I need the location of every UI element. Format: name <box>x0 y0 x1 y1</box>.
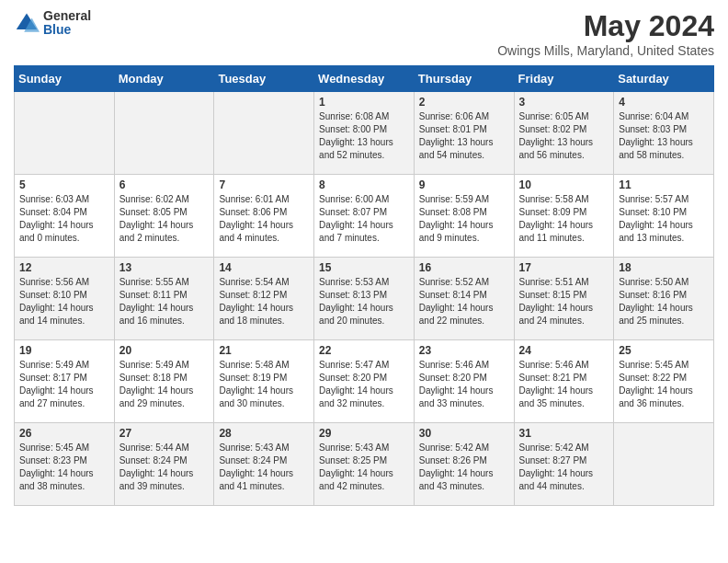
day-number: 16 <box>419 261 509 274</box>
day-info: Sunrise: 5:54 AM Sunset: 8:12 PM Dayligh… <box>219 276 309 327</box>
subtitle: Owings Mills, Maryland, United States <box>497 43 714 58</box>
day-number: 1 <box>319 96 409 109</box>
day-info: Sunrise: 5:48 AM Sunset: 8:19 PM Dayligh… <box>219 359 309 410</box>
day-info: Sunrise: 6:00 AM Sunset: 8:07 PM Dayligh… <box>319 193 409 245</box>
calendar-cell: 25Sunrise: 5:45 AM Sunset: 8:22 PM Dayli… <box>614 340 714 423</box>
day-info: Sunrise: 5:49 AM Sunset: 8:18 PM Dayligh… <box>119 359 210 410</box>
day-info: Sunrise: 5:59 AM Sunset: 8:08 PM Dayligh… <box>419 193 509 245</box>
day-info: Sunrise: 5:49 AM Sunset: 8:17 PM Dayligh… <box>19 359 109 410</box>
day-info: Sunrise: 5:45 AM Sunset: 8:23 PM Dayligh… <box>19 442 109 493</box>
header-row: SundayMondayTuesdayWednesdayThursdayFrid… <box>15 66 714 92</box>
calendar-cell: 27Sunrise: 5:44 AM Sunset: 8:24 PM Dayli… <box>114 423 214 506</box>
calendar-cell: 14Sunrise: 5:54 AM Sunset: 8:12 PM Dayli… <box>214 258 314 340</box>
calendar-cell: 9Sunrise: 5:59 AM Sunset: 8:08 PM Daylig… <box>414 175 514 258</box>
day-info: Sunrise: 5:51 AM Sunset: 8:15 PM Dayligh… <box>519 276 609 327</box>
calendar-cell: 30Sunrise: 5:42 AM Sunset: 8:26 PM Dayli… <box>414 423 514 506</box>
header-thursday: Thursday <box>414 66 514 92</box>
day-number: 24 <box>519 344 609 357</box>
day-info: Sunrise: 6:04 AM Sunset: 8:03 PM Dayligh… <box>619 110 709 162</box>
calendar-header: SundayMondayTuesdayWednesdayThursdayFrid… <box>15 66 714 92</box>
logo-blue-text: Blue <box>43 23 91 37</box>
day-info: Sunrise: 6:02 AM Sunset: 8:05 PM Dayligh… <box>119 193 210 245</box>
calendar-cell: 24Sunrise: 5:46 AM Sunset: 8:21 PM Dayli… <box>514 340 614 423</box>
day-number: 21 <box>219 344 309 357</box>
calendar-cell: 20Sunrise: 5:49 AM Sunset: 8:18 PM Dayli… <box>114 340 214 423</box>
calendar-cell: 5Sunrise: 6:03 AM Sunset: 8:04 PM Daylig… <box>15 175 115 258</box>
day-number: 25 <box>619 344 709 357</box>
calendar-table: SundayMondayTuesdayWednesdayThursdayFrid… <box>14 65 714 506</box>
day-number: 5 <box>19 178 109 191</box>
calendar-cell: 3Sunrise: 6:05 AM Sunset: 8:02 PM Daylig… <box>514 92 614 175</box>
calendar-cell: 21Sunrise: 5:48 AM Sunset: 8:19 PM Dayli… <box>214 340 314 423</box>
day-number: 15 <box>319 261 409 274</box>
calendar-cell: 23Sunrise: 5:46 AM Sunset: 8:20 PM Dayli… <box>414 340 514 423</box>
day-info: Sunrise: 5:58 AM Sunset: 8:09 PM Dayligh… <box>519 193 609 245</box>
day-info: Sunrise: 5:53 AM Sunset: 8:13 PM Dayligh… <box>319 276 409 327</box>
main-title: May 2024 <box>497 9 714 43</box>
day-info: Sunrise: 5:57 AM Sunset: 8:10 PM Dayligh… <box>619 193 709 245</box>
header-friday: Friday <box>514 66 614 92</box>
calendar-week-3: 12Sunrise: 5:56 AM Sunset: 8:10 PM Dayli… <box>15 258 714 340</box>
header-wednesday: Wednesday <box>314 66 415 92</box>
calendar-cell: 28Sunrise: 5:43 AM Sunset: 8:24 PM Dayli… <box>214 423 314 506</box>
day-number: 2 <box>419 96 509 109</box>
calendar-week-1: 1Sunrise: 6:08 AM Sunset: 8:00 PM Daylig… <box>15 92 714 175</box>
day-number: 11 <box>619 178 709 191</box>
day-number: 3 <box>519 96 609 109</box>
calendar-cell: 29Sunrise: 5:43 AM Sunset: 8:25 PM Dayli… <box>314 423 415 506</box>
day-info: Sunrise: 6:06 AM Sunset: 8:01 PM Dayligh… <box>419 110 509 162</box>
day-number: 26 <box>19 427 109 440</box>
calendar-cell: 18Sunrise: 5:50 AM Sunset: 8:16 PM Dayli… <box>614 258 714 340</box>
day-number: 12 <box>19 261 109 274</box>
calendar-week-2: 5Sunrise: 6:03 AM Sunset: 8:04 PM Daylig… <box>15 175 714 258</box>
day-info: Sunrise: 5:44 AM Sunset: 8:24 PM Dayligh… <box>119 442 210 493</box>
day-number: 31 <box>519 427 609 440</box>
calendar-week-5: 26Sunrise: 5:45 AM Sunset: 8:23 PM Dayli… <box>15 423 714 506</box>
day-number: 19 <box>19 344 109 357</box>
calendar-cell: 1Sunrise: 6:08 AM Sunset: 8:00 PM Daylig… <box>314 92 415 175</box>
day-number: 10 <box>519 178 609 191</box>
day-info: Sunrise: 5:45 AM Sunset: 8:22 PM Dayligh… <box>619 359 709 410</box>
day-number: 18 <box>619 261 709 274</box>
day-info: Sunrise: 5:46 AM Sunset: 8:20 PM Dayligh… <box>419 359 509 410</box>
day-number: 17 <box>519 261 609 274</box>
day-number: 28 <box>219 427 309 440</box>
day-info: Sunrise: 6:03 AM Sunset: 8:04 PM Dayligh… <box>19 193 109 245</box>
day-number: 13 <box>119 261 210 274</box>
day-number: 29 <box>319 427 409 440</box>
day-number: 22 <box>319 344 409 357</box>
day-info: Sunrise: 5:47 AM Sunset: 8:20 PM Dayligh… <box>319 359 409 410</box>
calendar-cell: 11Sunrise: 5:57 AM Sunset: 8:10 PM Dayli… <box>614 175 714 258</box>
logo-text: General Blue <box>43 9 91 38</box>
day-number: 23 <box>419 344 509 357</box>
calendar-cell <box>614 423 714 506</box>
calendar-cell: 31Sunrise: 5:42 AM Sunset: 8:27 PM Dayli… <box>514 423 614 506</box>
header-monday: Monday <box>114 66 214 92</box>
calendar-cell: 2Sunrise: 6:06 AM Sunset: 8:01 PM Daylig… <box>414 92 514 175</box>
day-number: 6 <box>119 178 210 191</box>
calendar-week-4: 19Sunrise: 5:49 AM Sunset: 8:17 PM Dayli… <box>15 340 714 423</box>
calendar-cell: 22Sunrise: 5:47 AM Sunset: 8:20 PM Dayli… <box>314 340 415 423</box>
calendar-cell: 17Sunrise: 5:51 AM Sunset: 8:15 PM Dayli… <box>514 258 614 340</box>
day-info: Sunrise: 5:43 AM Sunset: 8:24 PM Dayligh… <box>219 442 309 493</box>
title-block: May 2024 Owings Mills, Maryland, United … <box>497 9 714 58</box>
day-info: Sunrise: 5:50 AM Sunset: 8:16 PM Dayligh… <box>619 276 709 327</box>
logo-icon <box>14 10 40 36</box>
day-info: Sunrise: 5:56 AM Sunset: 8:10 PM Dayligh… <box>19 276 109 327</box>
calendar-cell: 8Sunrise: 6:00 AM Sunset: 8:07 PM Daylig… <box>314 175 415 258</box>
day-number: 30 <box>419 427 509 440</box>
day-number: 14 <box>219 261 309 274</box>
header-sunday: Sunday <box>15 66 115 92</box>
day-number: 7 <box>219 178 309 191</box>
calendar-cell: 26Sunrise: 5:45 AM Sunset: 8:23 PM Dayli… <box>15 423 115 506</box>
header-saturday: Saturday <box>614 66 714 92</box>
day-number: 27 <box>119 427 210 440</box>
calendar-cell: 12Sunrise: 5:56 AM Sunset: 8:10 PM Dayli… <box>15 258 115 340</box>
page-header: General Blue May 2024 Owings Mills, Mary… <box>14 9 714 58</box>
calendar-cell: 15Sunrise: 5:53 AM Sunset: 8:13 PM Dayli… <box>314 258 415 340</box>
day-info: Sunrise: 6:08 AM Sunset: 8:00 PM Dayligh… <box>319 110 409 162</box>
calendar-cell: 16Sunrise: 5:52 AM Sunset: 8:14 PM Dayli… <box>414 258 514 340</box>
day-info: Sunrise: 5:43 AM Sunset: 8:25 PM Dayligh… <box>319 442 409 493</box>
calendar-cell <box>114 92 214 175</box>
day-info: Sunrise: 5:55 AM Sunset: 8:11 PM Dayligh… <box>119 276 210 327</box>
